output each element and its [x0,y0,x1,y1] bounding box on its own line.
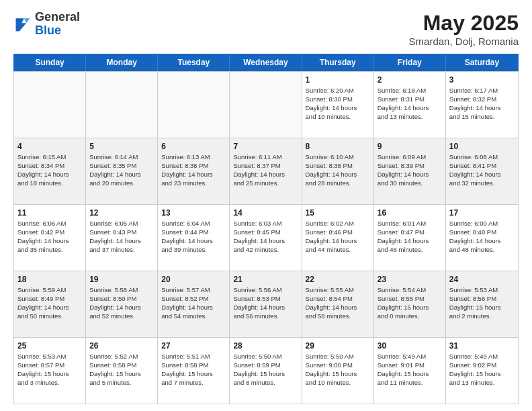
calendar-cell: 25Sunrise: 5:53 AM Sunset: 8:57 PM Dayli… [14,338,86,404]
day-number: 13 [161,208,226,218]
calendar-cell [230,72,302,138]
calendar-cell [158,72,230,138]
calendar-cell: 9Sunrise: 6:09 AM Sunset: 8:39 PM Daylig… [374,138,446,204]
day-info: Sunrise: 6:18 AM Sunset: 8:31 PM Dayligh… [378,87,442,121]
calendar-week: 18Sunrise: 5:59 AM Sunset: 8:49 PM Dayli… [14,271,518,337]
weekday-header: Wednesday [230,54,302,71]
day-info: Sunrise: 5:57 AM Sunset: 8:52 PM Dayligh… [161,286,226,320]
day-number: 27 [161,340,226,351]
calendar-cell: 6Sunrise: 6:13 AM Sunset: 8:36 PM Daylig… [158,138,230,204]
calendar-week: 4Sunrise: 6:15 AM Sunset: 8:34 PM Daylig… [14,138,518,204]
logo-general: General [35,10,80,24]
day-number: 24 [449,274,515,285]
calendar-cell: 8Sunrise: 6:10 AM Sunset: 8:38 PM Daylig… [302,138,374,204]
day-number: 5 [89,141,154,152]
day-number: 6 [161,141,226,152]
day-info: Sunrise: 6:15 AM Sunset: 8:34 PM Dayligh… [17,153,82,187]
day-info: Sunrise: 5:50 AM Sunset: 9:00 PM Dayligh… [306,353,370,387]
calendar-cell: 13Sunrise: 6:04 AM Sunset: 8:44 PM Dayli… [158,205,230,271]
day-info: Sunrise: 6:17 AM Sunset: 8:32 PM Dayligh… [449,87,515,121]
calendar-body: 1Sunrise: 6:20 AM Sunset: 8:30 PM Daylig… [13,71,519,404]
calendar-cell: 26Sunrise: 5:52 AM Sunset: 8:58 PM Dayli… [86,338,158,404]
logo: General Blue [13,11,80,38]
month-title: May 2025 [409,11,519,36]
day-info: Sunrise: 5:49 AM Sunset: 9:01 PM Dayligh… [378,353,442,387]
calendar-cell: 7Sunrise: 6:11 AM Sunset: 8:37 PM Daylig… [230,138,302,204]
calendar-cell: 12Sunrise: 6:05 AM Sunset: 8:43 PM Dayli… [86,205,158,271]
day-number: 10 [449,141,515,152]
day-number: 3 [449,75,515,85]
day-number: 1 [306,75,370,85]
calendar-cell [86,72,158,138]
day-info: Sunrise: 6:09 AM Sunset: 8:39 PM Dayligh… [378,153,442,187]
day-number: 9 [378,141,442,152]
day-number: 22 [306,274,370,285]
day-info: Sunrise: 5:59 AM Sunset: 8:49 PM Dayligh… [17,286,82,320]
day-number: 15 [306,208,370,218]
calendar-header: SundayMondayTuesdayWednesdayThursdayFrid… [13,54,519,71]
svg-marker-1 [16,18,27,31]
day-number: 18 [17,274,82,285]
logo-icon [13,15,32,34]
day-info: Sunrise: 6:11 AM Sunset: 8:37 PM Dayligh… [233,153,298,187]
day-info: Sunrise: 5:55 AM Sunset: 8:54 PM Dayligh… [306,286,370,320]
weekday-header: Thursday [302,54,374,71]
day-info: Sunrise: 6:06 AM Sunset: 8:42 PM Dayligh… [17,220,82,254]
calendar-cell: 20Sunrise: 5:57 AM Sunset: 8:52 PM Dayli… [158,271,230,337]
calendar-cell: 10Sunrise: 6:08 AM Sunset: 8:41 PM Dayli… [446,138,518,204]
day-info: Sunrise: 6:03 AM Sunset: 8:45 PM Dayligh… [233,220,298,254]
day-number: 7 [233,141,298,152]
day-info: Sunrise: 5:58 AM Sunset: 8:50 PM Dayligh… [89,286,154,320]
header: General Blue May 2025 Smardan, Dolj, Rom… [13,11,519,47]
calendar-cell: 28Sunrise: 5:50 AM Sunset: 8:59 PM Dayli… [230,338,302,404]
calendar-cell: 23Sunrise: 5:54 AM Sunset: 8:55 PM Dayli… [374,271,446,337]
day-number: 17 [449,208,515,218]
weekday-header: Sunday [14,54,86,71]
calendar-cell: 30Sunrise: 5:49 AM Sunset: 9:01 PM Dayli… [374,338,446,404]
calendar-cell: 4Sunrise: 6:15 AM Sunset: 8:34 PM Daylig… [14,138,86,204]
day-number: 29 [306,340,370,351]
day-number: 26 [89,340,154,351]
calendar-cell: 16Sunrise: 6:01 AM Sunset: 8:47 PM Dayli… [374,205,446,271]
day-number: 12 [89,208,154,218]
day-number: 23 [378,274,442,285]
day-info: Sunrise: 6:20 AM Sunset: 8:30 PM Dayligh… [306,87,370,121]
weekday-header: Tuesday [158,54,230,71]
day-number: 4 [17,141,82,152]
calendar-cell: 22Sunrise: 5:55 AM Sunset: 8:54 PM Dayli… [302,271,374,337]
day-info: Sunrise: 5:54 AM Sunset: 8:55 PM Dayligh… [378,286,442,320]
calendar-cell: 15Sunrise: 6:02 AM Sunset: 8:46 PM Dayli… [302,205,374,271]
day-number: 31 [449,340,515,351]
calendar: SundayMondayTuesdayWednesdayThursdayFrid… [13,54,519,404]
day-info: Sunrise: 6:13 AM Sunset: 8:36 PM Dayligh… [161,153,226,187]
calendar-cell: 31Sunrise: 5:49 AM Sunset: 9:02 PM Dayli… [446,338,518,404]
day-number: 25 [17,340,82,351]
calendar-cell: 29Sunrise: 5:50 AM Sunset: 9:00 PM Dayli… [302,338,374,404]
day-number: 21 [233,274,298,285]
calendar-cell: 24Sunrise: 5:53 AM Sunset: 8:56 PM Dayli… [446,271,518,337]
calendar-cell: 19Sunrise: 5:58 AM Sunset: 8:50 PM Dayli… [86,271,158,337]
day-info: Sunrise: 5:51 AM Sunset: 8:58 PM Dayligh… [161,353,226,387]
day-number: 11 [17,208,82,218]
svg-marker-2 [24,18,30,23]
logo-blue: Blue [35,24,61,37]
day-number: 2 [378,75,442,85]
day-info: Sunrise: 5:52 AM Sunset: 8:58 PM Dayligh… [89,353,154,387]
day-info: Sunrise: 6:14 AM Sunset: 8:35 PM Dayligh… [89,153,154,187]
weekday-header: Saturday [446,54,518,71]
day-info: Sunrise: 5:56 AM Sunset: 8:53 PM Dayligh… [233,286,298,320]
calendar-cell [14,72,86,138]
calendar-cell: 27Sunrise: 5:51 AM Sunset: 8:58 PM Dayli… [158,338,230,404]
calendar-week: 25Sunrise: 5:53 AM Sunset: 8:57 PM Dayli… [14,337,518,404]
day-info: Sunrise: 5:50 AM Sunset: 8:59 PM Dayligh… [233,353,298,387]
calendar-week: 1Sunrise: 6:20 AM Sunset: 8:30 PM Daylig… [14,71,518,138]
day-number: 8 [306,141,370,152]
calendar-cell: 3Sunrise: 6:17 AM Sunset: 8:32 PM Daylig… [446,72,518,138]
calendar-week: 11Sunrise: 6:06 AM Sunset: 8:42 PM Dayli… [14,204,518,271]
calendar-cell: 5Sunrise: 6:14 AM Sunset: 8:35 PM Daylig… [86,138,158,204]
calendar-cell: 17Sunrise: 6:00 AM Sunset: 8:48 PM Dayli… [446,205,518,271]
day-number: 14 [233,208,298,218]
location: Smardan, Dolj, Romania [409,36,519,47]
calendar-cell: 1Sunrise: 6:20 AM Sunset: 8:30 PM Daylig… [302,72,374,138]
weekday-header: Friday [374,54,446,71]
